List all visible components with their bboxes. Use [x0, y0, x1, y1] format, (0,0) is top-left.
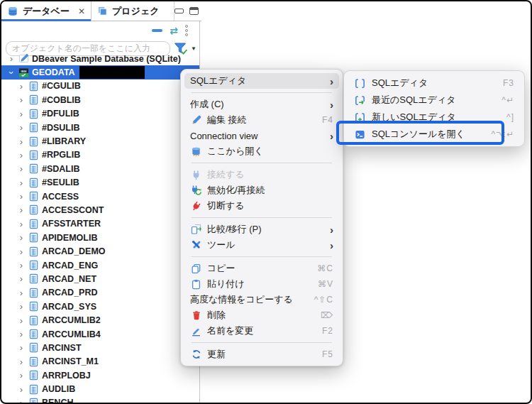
table-library-icon: [28, 163, 39, 174]
table-library-icon: [28, 342, 39, 353]
tree-row-library[interactable]: › BENCH: [1, 396, 199, 403]
menu-item-connection-view[interactable]: Connection view ›: [184, 128, 339, 143]
tree-row-selected-geodata[interactable]: › IBM GEODATA: [1, 65, 199, 79]
tree-library-label: ACCESSCONT: [42, 205, 104, 215]
menu-item-sql-editor[interactable]: SQLエディタ ›: [184, 73, 339, 89]
tree-row-library[interactable]: › ARCCUMLIB4: [1, 327, 199, 341]
tree-library-label: ARCINST_M1: [42, 356, 99, 366]
chevron-right-icon[interactable]: ›: [17, 260, 26, 271]
view-menu-icon[interactable]: [185, 25, 188, 36]
menu-item-compare-migrate[interactable]: 比較/移行 (P) ›: [184, 222, 339, 237]
chevron-right-icon[interactable]: ›: [17, 219, 26, 229]
tree-library-label: ARCAD_DEMO: [42, 246, 106, 256]
table-library-icon: [28, 288, 39, 298]
tab-project[interactable]: プロジェク: [92, 1, 165, 21]
chevron-right-icon[interactable]: ›: [17, 191, 26, 202]
submenu-item-new-sql-editor[interactable]: 新しいSQLエディタ ^]: [348, 109, 520, 126]
chevron-expanded-icon[interactable]: ›: [6, 68, 17, 77]
filter-dropdown-icon[interactable]: ▼: [191, 45, 196, 52]
tree-row-library[interactable]: › #SEULIB: [1, 176, 199, 190]
menu-item-delete[interactable]: 削除 ⌦: [184, 307, 339, 323]
chevron-right-icon[interactable]: ›: [17, 232, 26, 243]
tree-library-label: ACCESS: [42, 192, 79, 202]
compare-icon: [191, 224, 202, 235]
tree-row-library[interactable]: › ARCAD_PRD: [1, 286, 199, 300]
chevron-right-icon[interactable]: ›: [17, 109, 26, 119]
collapse-all-icon[interactable]: [152, 29, 162, 32]
chevron-right-icon[interactable]: ›: [17, 384, 26, 395]
menu-item-rename[interactable]: 名前を変更 F2: [184, 323, 339, 339]
chevron-right-icon[interactable]: ›: [17, 356, 26, 367]
chevron-right-icon[interactable]: ›: [17, 315, 26, 326]
link-editor-icon[interactable]: ⇄: [170, 26, 178, 36]
chevron-right-icon[interactable]: ›: [17, 398, 26, 403]
chevron-right-icon[interactable]: ›: [17, 94, 26, 105]
table-library-icon: [28, 94, 39, 105]
menu-separator: [192, 217, 332, 218]
table-library-icon: [28, 260, 39, 271]
chevron-right-icon[interactable]: ›: [7, 53, 16, 64]
tree-row-library[interactable]: › ARCCUMLIB2: [1, 313, 199, 327]
chevron-right-icon[interactable]: ›: [17, 178, 26, 188]
tree-row-library[interactable]: › #COBLIB: [1, 93, 199, 107]
menu-item-paste[interactable]: 貼り付け ⌘V: [184, 276, 339, 292]
submenu-item-open-sql-console[interactable]: SQLコンソールを開く ^⌥↵: [348, 126, 520, 143]
tab-close-icon[interactable]: ✕: [78, 6, 85, 16]
menu-item-tools[interactable]: ツール ›: [184, 237, 339, 253]
tree-library-label: ARCAD_SYS: [42, 302, 96, 312]
chevron-right-icon[interactable]: ›: [17, 122, 26, 133]
tree-row-library[interactable]: › AFSSTARTER: [1, 217, 199, 231]
tree-row-library[interactable]: › APIDEMOLIB: [1, 231, 199, 244]
tree-library-label: ARCAD_PRD: [42, 288, 97, 297]
tree-row-library[interactable]: › #DFULIB: [1, 107, 199, 121]
tree-row-library[interactable]: › ARCINST_M1: [1, 355, 199, 368]
menu-item-edit-connection[interactable]: 編集 接続 F4: [184, 112, 339, 128]
tree-row-library[interactable]: › #LIBRARY: [1, 134, 199, 148]
chevron-right-icon[interactable]: ›: [17, 273, 26, 284]
tree-row-library[interactable]: › ARCAD_NET: [1, 272, 199, 285]
tree-row-library[interactable]: › #SDALIB: [1, 162, 199, 175]
menu-item-copy[interactable]: コピー ⌘C: [184, 261, 339, 276]
tree-row-library[interactable]: › ARCAD_DEMO: [1, 244, 199, 258]
chevron-right-icon[interactable]: ›: [17, 81, 26, 92]
menu-item-create[interactable]: 作成 (C) ›: [184, 97, 339, 112]
tree-row-library[interactable]: › AUDLIB: [1, 382, 199, 395]
chevron-right-icon[interactable]: ›: [17, 204, 26, 215]
maximize-icon[interactable]: [189, 7, 199, 15]
tree-row-library[interactable]: › #CGULIB: [1, 80, 199, 93]
tree-library-label: APIDEMOLIB: [42, 233, 97, 243]
chevron-right-icon[interactable]: ›: [17, 246, 26, 257]
chevron-right-icon[interactable]: ›: [17, 163, 26, 174]
chevron-right-icon[interactable]: ›: [17, 329, 26, 339]
paste-icon: [191, 279, 201, 290]
chevron-right-icon[interactable]: ›: [17, 342, 26, 353]
table-library-icon: [28, 109, 39, 119]
submenu-item-recent-sql-editor[interactable]: 最近のSQLエディタ ^↵: [348, 92, 520, 109]
minimize-icon[interactable]: [174, 9, 184, 13]
menu-item-invalidate-reconnect[interactable]: 無効化/再接続: [184, 182, 339, 198]
tree-row-root[interactable]: › DBeaver Sample Database (SQLite): [1, 52, 199, 65]
tree-row-library[interactable]: › ARCAD_SYS: [1, 300, 199, 313]
tree-row-library[interactable]: › #DSULIB: [1, 121, 199, 134]
table-library-icon: [28, 356, 39, 367]
menu-item-disconnect[interactable]: 切断する: [184, 198, 339, 214]
chevron-right-icon[interactable]: ›: [17, 301, 26, 312]
tab-database[interactable]: データベー ✕: [1, 1, 92, 21]
chevron-right-icon[interactable]: ›: [17, 370, 26, 381]
chevron-right-icon[interactable]: ›: [17, 288, 26, 298]
tree-row-library[interactable]: › ARRPLOBJ: [1, 368, 199, 382]
submenu-item-sql-editor[interactable]: SQLエディタ F3: [348, 75, 520, 92]
tree-row-library[interactable]: › ACCESSCONT: [1, 203, 199, 217]
chevron-right-icon[interactable]: ›: [17, 150, 26, 160]
menu-separator: [192, 92, 332, 93]
menu-item-refresh[interactable]: 更新 F5: [184, 346, 339, 362]
tree-row-library[interactable]: › ARCINST: [1, 341, 199, 354]
menu-item-copy-advanced-info[interactable]: 高度な情報をコピーする ^⇧C: [184, 292, 339, 307]
chevron-right-icon[interactable]: ›: [17, 136, 26, 147]
table-library-icon: [28, 178, 39, 188]
table-library-icon: [28, 136, 39, 147]
tree-row-library[interactable]: › #RPGLIB: [1, 148, 199, 162]
menu-item-open-from-here[interactable]: ここから開く: [184, 143, 339, 159]
tree-row-library[interactable]: › ARCAD_ENG: [1, 258, 199, 272]
tree-row-library[interactable]: › ACCESS: [1, 190, 199, 203]
